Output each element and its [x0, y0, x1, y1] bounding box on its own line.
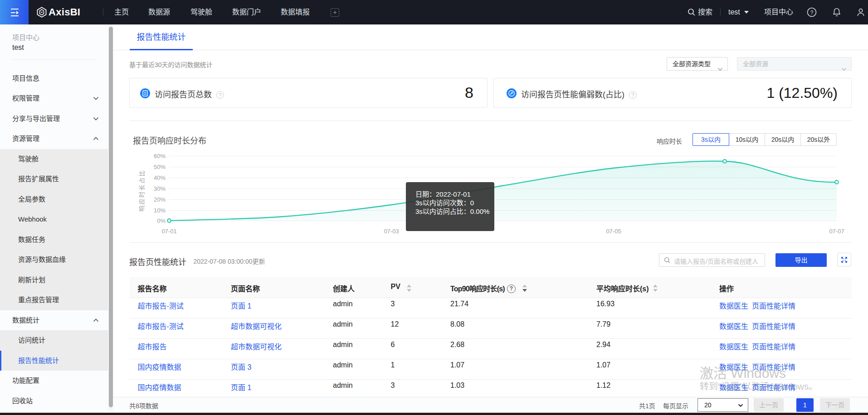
svg-text:?: ?: [810, 10, 814, 16]
